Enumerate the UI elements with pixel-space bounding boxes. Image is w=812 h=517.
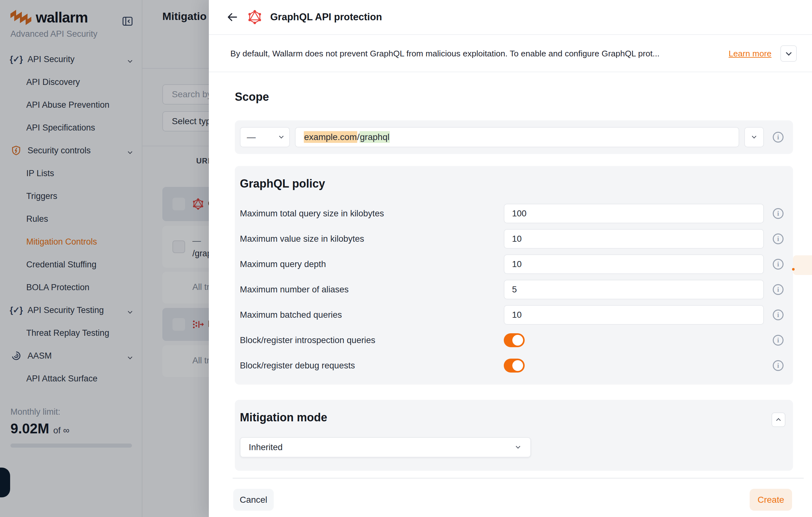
mitigation-mode-section: Mitigation mode Inherited bbox=[235, 400, 793, 471]
info-icon[interactable]: i bbox=[773, 132, 784, 142]
policy-row: Maximum value size in kilobytes 10 i bbox=[240, 226, 784, 251]
info-icon[interactable]: i bbox=[773, 259, 784, 270]
scope-url-host: example.com bbox=[304, 131, 357, 143]
graphql-icon bbox=[248, 10, 262, 24]
scope-url-path: graphql bbox=[359, 131, 389, 143]
policy-row: Block/register debug requests i bbox=[240, 353, 784, 378]
cancel-button[interactable]: Cancel bbox=[233, 489, 274, 511]
back-arrow-icon[interactable] bbox=[225, 10, 239, 24]
policy-row: Block/register introspection queries i bbox=[240, 328, 784, 353]
policy-row: Maximum query depth 10 i bbox=[240, 251, 784, 277]
scope-heading: Scope bbox=[235, 90, 269, 104]
info-icon[interactable]: i bbox=[773, 309, 784, 320]
info-icon[interactable]: i bbox=[773, 208, 784, 219]
tooltip-peek bbox=[793, 255, 812, 275]
tooltip-dot bbox=[792, 268, 794, 271]
max-batched-queries-input[interactable]: 10 bbox=[504, 305, 764, 325]
debug-requests-toggle[interactable] bbox=[504, 359, 525, 373]
max-query-depth-input[interactable]: 10 bbox=[504, 254, 764, 274]
scope-method-value: — bbox=[247, 132, 256, 142]
create-button[interactable]: Create bbox=[750, 489, 792, 511]
info-icon[interactable]: i bbox=[773, 360, 784, 371]
scope-row: — example.com/graphql i bbox=[235, 120, 793, 154]
mitigation-heading: Mitigation mode bbox=[240, 411, 784, 424]
max-value-size-input[interactable]: 10 bbox=[504, 229, 764, 249]
scope-method-select[interactable]: — bbox=[240, 127, 290, 147]
chevron-down-icon bbox=[786, 50, 791, 55]
graphql-policy-section: GraphQL policy Maximum total query size … bbox=[235, 166, 793, 385]
info-icon[interactable]: i bbox=[773, 335, 784, 346]
max-aliases-input[interactable]: 5 bbox=[504, 280, 764, 299]
mitigation-mode-select[interactable]: Inherited bbox=[240, 437, 531, 458]
policy-heading: GraphQL policy bbox=[240, 178, 784, 190]
info-icon[interactable]: i bbox=[773, 284, 784, 295]
policy-label: Maximum query depth bbox=[240, 259, 504, 269]
max-query-size-input[interactable]: 100 bbox=[504, 204, 764, 223]
app-root: Mitigatio Search by Select typ URL bbox=[0, 0, 812, 517]
learn-more-link[interactable]: Learn more bbox=[728, 49, 772, 59]
policy-label: Maximum batched queries bbox=[240, 310, 504, 320]
policy-label: Maximum total query size in kilobytes bbox=[240, 209, 504, 219]
drawer-header: GraphQL API protection bbox=[209, 0, 812, 35]
section-collapse-button[interactable] bbox=[772, 412, 785, 427]
scope-url-input[interactable]: example.com/graphql bbox=[295, 127, 739, 147]
policy-row: Maximum number of aliases 5 i bbox=[240, 277, 784, 302]
scope-expand-button[interactable] bbox=[744, 127, 764, 147]
banner-expand-button[interactable] bbox=[780, 45, 797, 62]
footer-divider bbox=[233, 478, 804, 479]
banner-text: By default, Wallarm does not prevent Gra… bbox=[230, 49, 721, 59]
policy-label: Block/register debug requests bbox=[240, 360, 504, 371]
chevron-up-icon bbox=[776, 418, 781, 423]
info-banner: By default, Wallarm does not prevent Gra… bbox=[209, 35, 812, 72]
policy-label: Block/register introspection queries bbox=[240, 335, 504, 345]
policy-label: Maximum value size in kilobytes bbox=[240, 234, 504, 244]
chevron-down-icon bbox=[516, 444, 520, 448]
chevron-down-icon bbox=[752, 134, 756, 138]
policy-row: Maximum total query size in kilobytes 10… bbox=[240, 201, 784, 226]
graphql-protection-drawer: GraphQL API protection By default, Walla… bbox=[209, 0, 812, 517]
policy-row: Maximum batched queries 10 i bbox=[240, 302, 784, 328]
policy-label: Maximum number of aliases bbox=[240, 284, 504, 295]
info-icon[interactable]: i bbox=[773, 234, 784, 244]
drawer-title: GraphQL API protection bbox=[270, 11, 382, 23]
chevron-down-icon bbox=[279, 134, 284, 138]
introspection-toggle[interactable] bbox=[504, 333, 525, 347]
mitigation-mode-value: Inherited bbox=[249, 442, 283, 452]
